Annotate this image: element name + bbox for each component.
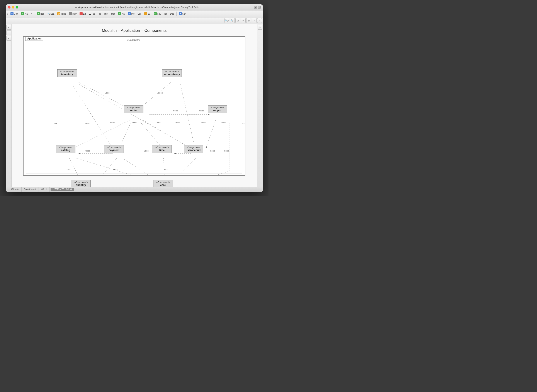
core-stereotype: «Component» — [155, 181, 171, 184]
memory-text: 1276M of 3710M — [52, 188, 69, 191]
toolbar-sea[interactable]: 🔍 Sea — [46, 12, 56, 16]
grid-button[interactable]: ⊞ — [246, 18, 251, 23]
time-name: time — [154, 149, 170, 152]
component-payment[interactable]: «Component» payment — [104, 145, 124, 153]
svg-text:uses: uses — [158, 92, 163, 94]
sidebar-left-btn-2[interactable]: □ — [6, 30, 11, 35]
toolbar-hist[interactable]: Hist — [103, 12, 109, 16]
zoom-out-button[interactable]: 🔍- — [230, 18, 235, 23]
share-button[interactable]: ↗ — [257, 18, 262, 23]
svg-text:«Container»: «Container» — [127, 38, 140, 41]
core-name: core — [155, 184, 171, 187]
toolbar-boo[interactable]: ● Boo — [36, 12, 46, 16]
svg-text:uses: uses — [144, 149, 149, 152]
minimize-button[interactable] — [12, 6, 14, 9]
inventory-name: inventory — [59, 73, 75, 76]
cov-icon: C — [154, 12, 157, 15]
component-catalog[interactable]: «Component» catalog — [56, 145, 75, 153]
toolbar-pla2[interactable]: ▶ Pla — [117, 12, 126, 16]
catalog-stereotype: «Component» — [58, 146, 74, 149]
order-stereotype: «Component» — [126, 106, 141, 109]
x-label: ✕ — [31, 13, 32, 15]
component-time[interactable]: «Component» time — [152, 145, 172, 153]
maximize-button[interactable] — [16, 6, 18, 9]
con-left-icon: ■ — [10, 12, 14, 15]
sidebar-left-btn-1[interactable]: ≡ — [6, 25, 11, 30]
catalog-name: catalog — [58, 149, 74, 152]
svg-line-7 — [180, 82, 195, 148]
component-core[interactable]: «Component» core — [153, 180, 173, 187]
payment-name: payment — [106, 149, 122, 152]
svg-line-8 — [74, 120, 130, 148]
con-right-icon: ■ — [179, 12, 182, 15]
traffic-lights — [8, 6, 18, 9]
tas-label: Tas — [92, 13, 95, 15]
toolbar-con-left[interactable]: ■ Con — [9, 12, 19, 16]
sidebar-left-btn-3[interactable]: ≡ — [6, 36, 11, 41]
toolbar-ju[interactable]: J JU — [143, 12, 152, 16]
component-useraccount[interactable]: «Component» useraccount — [184, 145, 203, 153]
re-icon: @ — [57, 12, 60, 15]
svg-text:uses: uses — [114, 168, 118, 170]
sea-icon: 🔍 — [47, 13, 50, 15]
ter-label: Ter — [164, 13, 167, 15]
zoom-100-button[interactable]: 100 — [241, 18, 246, 23]
component-inventory[interactable]: «Component» inventory — [57, 69, 77, 77]
ju-label: JU — [148, 13, 150, 15]
svg-text:uses: uses — [85, 122, 90, 125]
toolbar-mav[interactable]: M Mav — [68, 12, 78, 16]
pla2-icon: ▶ — [118, 12, 121, 15]
toolbar-ter[interactable]: Ter — [162, 12, 168, 16]
accountancy-stereotype: «Component» — [164, 70, 180, 73]
toolbar-call[interactable]: Call — [136, 12, 143, 16]
toolbar-pla[interactable]: ▶ Pla — [20, 12, 29, 16]
mar-label: Mar — [111, 13, 115, 15]
pla2-label: Pla — [121, 13, 125, 15]
toolbar-mar[interactable]: Mar — [110, 12, 116, 16]
toolbar-err[interactable]: ! Err — [78, 12, 87, 16]
err-label: Err — [83, 13, 86, 15]
component-accountancy[interactable]: «Component» accountancy — [162, 69, 182, 77]
toolbar-con-right[interactable]: ■ Con — [177, 12, 187, 16]
toolbar-x[interactable]: ✕ — [29, 12, 34, 16]
trash-icon[interactable]: 🗑 — [70, 188, 72, 191]
pro2-icon: P — [128, 12, 131, 15]
svg-text:uses: uses — [66, 168, 70, 170]
component-support[interactable]: «Component» support — [208, 105, 227, 113]
svg-text:uses: uses — [199, 109, 204, 112]
sep-1 — [35, 12, 35, 16]
export-button[interactable]: → — [252, 18, 256, 23]
pla-icon: ▶ — [21, 12, 24, 15]
fit-button[interactable]: ⊡ — [235, 18, 240, 23]
component-quantity[interactable]: «Component» quantity — [71, 180, 91, 187]
title-bar: workspace - moduliths-structurizr/src/ma… — [6, 4, 263, 10]
toolbar-tas[interactable]: ☰ Tas — [88, 12, 96, 16]
toolbar-re[interactable]: @ @Re — [56, 12, 67, 16]
toolbar-pro1[interactable]: Pro — [97, 12, 103, 16]
sidebar-right-btn-1[interactable]: □ — [258, 25, 262, 30]
close-button[interactable] — [8, 6, 10, 9]
svg-line-19 — [163, 158, 165, 175]
toolbar-deb[interactable]: Deb — [169, 12, 175, 16]
title-btn-2[interactable]: + — [258, 6, 261, 9]
hist-label: Hist — [104, 13, 108, 15]
status-memory[interactable]: 1276M of 3710M 🗑 — [51, 188, 74, 191]
title-btn-1[interactable]: – — [254, 6, 257, 9]
cov-label: Cov — [157, 13, 161, 15]
svg-text:uses: uses — [224, 149, 229, 152]
deb-label: Deb — [170, 13, 174, 15]
component-order[interactable]: «Component» order — [124, 105, 144, 113]
order-name: order — [126, 109, 141, 112]
svg-line-5 — [79, 84, 191, 148]
zoom-in-button[interactable]: 🔍+ — [224, 18, 229, 23]
toolbar-cov[interactable]: C Cov — [152, 12, 162, 16]
canvas-area[interactable]: Modulith – Application – Components Appl… — [12, 24, 257, 187]
toolbar-pro2[interactable]: P Pro — [126, 12, 136, 16]
main-area: ≡ □ ≡ Modulith – Application – Component… — [6, 24, 263, 187]
svg-line-9 — [119, 120, 132, 148]
payment-stereotype: «Component» — [106, 146, 122, 149]
inventory-stereotype: «Component» — [59, 70, 75, 73]
quantity-stereotype: «Component» — [73, 181, 89, 184]
left-sidebar: ≡ □ ≡ — [6, 24, 12, 187]
svg-line-4 — [74, 86, 112, 148]
